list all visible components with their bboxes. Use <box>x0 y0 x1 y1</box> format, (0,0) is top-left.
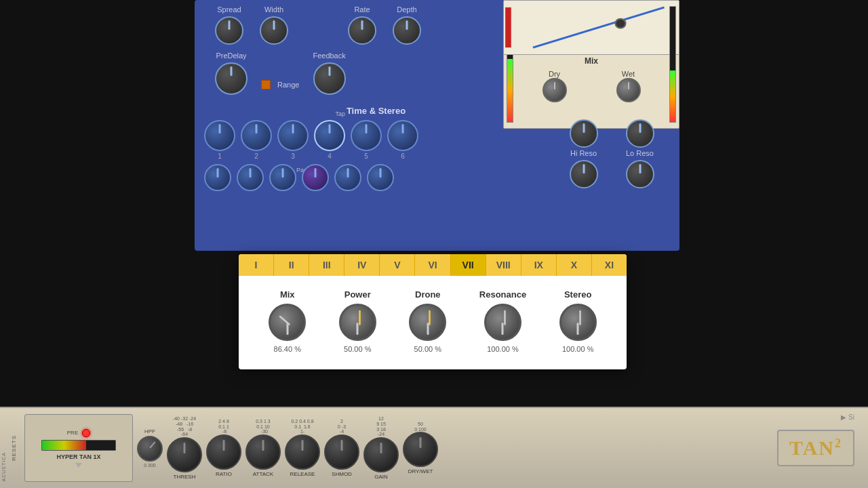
pan-6-col <box>367 164 394 191</box>
resonance-section: Resonance 100.00 % <box>479 289 526 353</box>
mix-knob-label: Mix <box>280 289 295 300</box>
comp-led[interactable] <box>82 429 90 437</box>
dropdown-row <box>75 463 82 468</box>
gain-knob[interactable] <box>363 437 399 472</box>
depth-label: Depth <box>397 5 416 14</box>
wet-knob[interactable] <box>616 78 641 102</box>
shmod-knob[interactable] <box>324 434 359 470</box>
spread-label: Spread <box>217 5 241 14</box>
attack-label: ATTACK <box>253 471 273 477</box>
tab-IX[interactable]: IX <box>521 254 557 276</box>
svg-point-3 <box>615 19 625 28</box>
hireso-col: Hi Reso <box>556 149 611 188</box>
tap-4-num: 4 <box>328 152 332 160</box>
mix-knob-value: 86.40 % <box>274 345 301 353</box>
pan-3-knob[interactable] <box>269 164 296 191</box>
drywet-knob[interactable] <box>403 432 438 467</box>
resonance-knob-value: 100.00 % <box>487 345 518 353</box>
power-knob-label: Power <box>344 289 371 300</box>
drywet-group: 500 100 DRY/WET <box>403 422 438 474</box>
compressor-bar: RESETS PRE HYPER TAN 1X HPF 0 300 -40 -3… <box>0 407 868 488</box>
tap-2-knob[interactable] <box>241 120 272 151</box>
stereo-section: Stereo 100.00 % <box>559 289 597 353</box>
drywet-scale: 500 100 <box>414 422 427 432</box>
attack-knob[interactable] <box>245 434 281 470</box>
pan-6-knob[interactable] <box>367 164 394 191</box>
feedback-knob[interactable] <box>313 62 346 95</box>
width-knob[interactable] <box>260 16 288 45</box>
tab-III[interactable]: III <box>309 254 344 276</box>
tap-2-col: 2 <box>241 120 272 160</box>
width-label: Width <box>264 5 283 14</box>
resets-label: RESETS <box>11 435 17 461</box>
stereo-knob-main[interactable] <box>559 304 597 341</box>
tap-5-num: 5 <box>364 152 368 160</box>
power-section: Power 50.00 % <box>339 289 376 353</box>
tab-V[interactable]: V <box>380 254 415 276</box>
comp-meter-fill <box>42 441 86 450</box>
mix-knob-main[interactable] <box>269 304 306 341</box>
preset-label: HYPER TAN 1X <box>57 453 101 460</box>
tan2-text: TAN2 <box>789 436 842 460</box>
dropdown-arrow[interactable] <box>75 463 82 468</box>
tap-1-knob[interactable] <box>204 120 235 151</box>
tan2-superscript: 2 <box>835 436 842 450</box>
depth-knob[interactable] <box>393 16 421 45</box>
predelay-knob[interactable] <box>215 62 248 95</box>
tap-2-num: 2 <box>254 152 258 160</box>
comp-left-panel: PRE HYPER TAN 1X <box>24 414 133 482</box>
mix-drywet: Dry Wet <box>504 67 679 105</box>
pan-1-knob[interactable] <box>204 164 231 191</box>
pan-4-knob[interactable] <box>302 164 329 191</box>
gain-scale: 129 153 18-24 <box>376 416 386 437</box>
ratio-group: 2 4 80.1 1 -8 RATIO <box>206 419 241 477</box>
tap-4-knob[interactable] <box>314 120 345 151</box>
thresh-knob[interactable] <box>167 437 202 472</box>
hpf-knob[interactable] <box>137 436 163 462</box>
hireso-knob[interactable] <box>570 160 598 188</box>
drone-knob-main[interactable] <box>409 304 446 341</box>
acustica-label: ACUSTICA <box>1 452 6 481</box>
tap-6-knob[interactable] <box>387 120 418 151</box>
spread-knob[interactable] <box>215 16 243 45</box>
tab-II[interactable]: II <box>274 254 309 276</box>
pan-1-col <box>204 164 231 191</box>
tap-5-knob[interactable] <box>351 120 382 151</box>
ratio-knob[interactable] <box>206 434 241 470</box>
power-knob-main[interactable] <box>339 304 376 341</box>
resonance-knob-label: Resonance <box>479 289 526 300</box>
rate-label: Rate <box>354 5 370 14</box>
tab-IV[interactable]: IV <box>344 254 380 276</box>
tab-XI[interactable]: XI <box>592 254 627 276</box>
range-button[interactable] <box>261 80 271 89</box>
tap-3-col: 3 <box>277 120 309 160</box>
resonance-knob-main[interactable] <box>484 304 521 341</box>
mix-panel: Mix Dry Wet <box>503 0 679 129</box>
time-stereo-title: Time & Stereo <box>201 106 551 116</box>
release-knob[interactable] <box>285 434 320 470</box>
gain-group: 129 153 18-24 GAIN <box>363 416 399 480</box>
wet-label: Wet <box>622 70 635 78</box>
reverb-plugin: Spread Width Rate Depth <box>195 0 679 251</box>
tab-VI[interactable]: VI <box>415 254 450 276</box>
hipass-knob[interactable] <box>570 119 598 148</box>
tap-3-knob[interactable] <box>277 120 309 151</box>
mix-label: Mix <box>504 55 679 67</box>
tab-VII[interactable]: VII <box>451 254 486 276</box>
pan-5-knob[interactable] <box>334 164 361 191</box>
rate-knob[interactable] <box>348 16 376 45</box>
dry-knob[interactable] <box>542 78 567 102</box>
tab-VIII[interactable]: VIII <box>486 254 521 276</box>
loreso-knob[interactable] <box>626 160 654 188</box>
tap-6-num: 6 <box>401 152 405 160</box>
attack-scale: 0.3 1 30.1 10 -30 <box>256 419 270 434</box>
release-group: 0.2 0.4 0.80.1 1.61- RELEASE <box>285 419 320 477</box>
pan-5-col <box>334 164 361 191</box>
pan-2-knob[interactable] <box>237 164 264 191</box>
tab-I[interactable]: I <box>239 254 274 276</box>
lopass-knob[interactable] <box>626 119 654 148</box>
attack-group: 0.3 1 30.1 10 -30 ATTACK <box>245 419 281 477</box>
tab-X[interactable]: X <box>557 254 592 276</box>
tan2-logo-box: TAN2 <box>777 430 854 466</box>
hireso-label: Hi Reso <box>570 149 597 157</box>
